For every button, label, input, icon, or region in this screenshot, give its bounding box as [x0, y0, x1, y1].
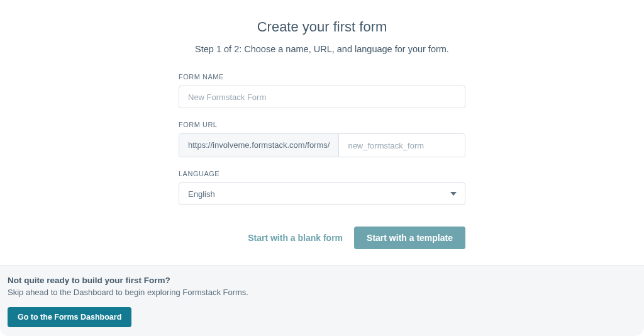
form-url-label: FORM URL [179, 121, 465, 128]
language-select[interactable]: English [179, 182, 465, 205]
main-content: Create your first form Step 1 of 2: Choo… [0, 0, 644, 249]
form-name-label: FORM NAME [179, 73, 465, 81]
dashboard-button[interactable]: Go to the Forms Dashboard [8, 307, 131, 327]
form-url-input[interactable] [339, 134, 465, 157]
form-container: FORM NAME FORM URL https://involveme.for… [179, 73, 465, 249]
start-template-button[interactable]: Start with a template [354, 227, 465, 249]
url-input-group: https://involveme.formstack.com/forms/ [179, 133, 465, 157]
actions-row: Start with a blank form Start with a tem… [179, 227, 465, 249]
form-url-group: FORM URL https://involveme.formstack.com… [179, 121, 465, 157]
page-title: Create your first form [257, 19, 387, 35]
form-name-input[interactable] [179, 86, 465, 108]
language-select-wrapper: English [179, 182, 465, 205]
footer-text: Skip ahead to the Dashboard to begin exp… [8, 288, 636, 297]
footer-heading: Not quite ready to build your first Form… [8, 276, 636, 285]
language-group: LANGUAGE English [179, 170, 465, 205]
step-subtitle: Step 1 of 2: Choose a name, URL, and lan… [195, 44, 449, 54]
start-blank-form-link[interactable]: Start with a blank form [248, 233, 343, 243]
form-name-group: FORM NAME [179, 73, 465, 108]
footer-panel: Not quite ready to build your first Form… [0, 265, 644, 336]
language-label: LANGUAGE [179, 170, 465, 177]
url-prefix: https://involveme.formstack.com/forms/ [179, 134, 339, 157]
